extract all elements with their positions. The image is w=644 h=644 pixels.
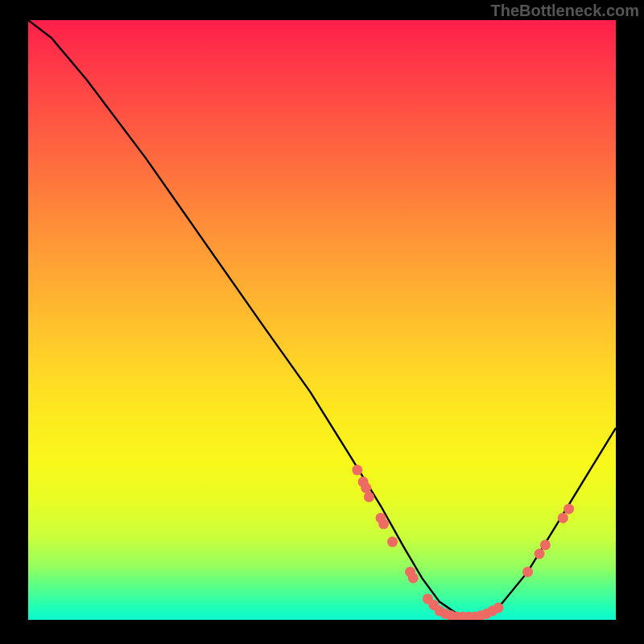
data-markers — [352, 464, 574, 620]
data-marker — [364, 492, 374, 502]
bottleneck-curve — [28, 20, 616, 617]
watermark-text: TheBottleneck.com — [491, 2, 639, 20]
data-marker — [522, 567, 533, 577]
data-marker — [540, 539, 551, 550]
data-marker — [564, 504, 574, 514]
data-marker — [361, 483, 371, 493]
data-marker — [387, 537, 398, 547]
chart-area — [28, 20, 616, 620]
curve-layer — [28, 20, 616, 620]
data-marker — [378, 518, 389, 529]
data-marker — [535, 549, 545, 559]
data-marker — [558, 513, 568, 523]
data-marker — [352, 464, 362, 475]
data-marker — [408, 572, 419, 583]
data-marker — [493, 603, 504, 613]
